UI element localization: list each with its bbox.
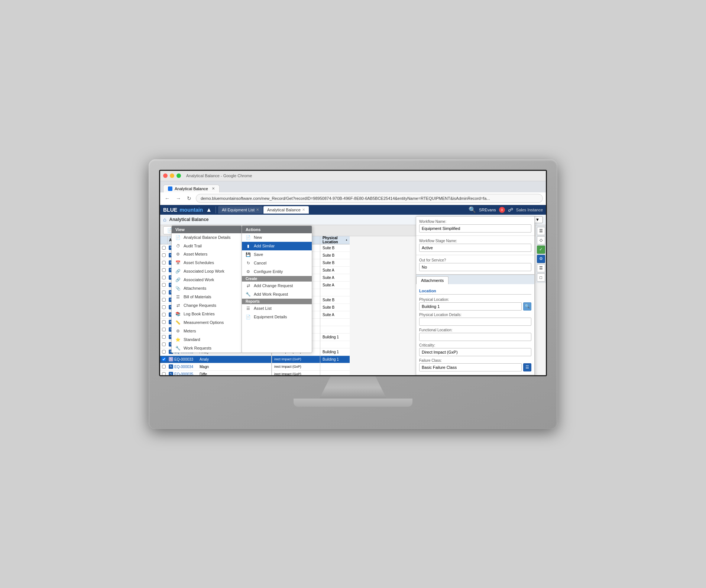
forward-btn[interactable]: → [174, 195, 182, 202]
row-checkbox[interactable] [162, 328, 166, 331]
menu-item-attachments[interactable]: 📎 Attachments [172, 284, 242, 293]
monitor-stand [316, 376, 390, 399]
menu-item-associated-loop-work[interactable]: 🔗 Associated Loop Work [172, 267, 242, 276]
physical-sort-icon: + [346, 238, 347, 242]
physical-location-details-input[interactable] [419, 318, 531, 326]
row-checkbox[interactable] [162, 298, 166, 302]
row-checkbox[interactable] [162, 268, 166, 272]
save-icon: 💾 [246, 252, 251, 257]
gear-icon: ⚙ [246, 269, 251, 274]
row-checkbox[interactable] [162, 305, 166, 309]
row-checkbox[interactable] [162, 261, 166, 264]
physical-location-details-group: Physical Location Details: [419, 313, 531, 326]
failure-class-group: Failure Class: ☰ [419, 358, 531, 371]
physical-row: Suite B [320, 252, 350, 259]
menu-item-log-book[interactable]: 📚 Log Book Entries [172, 310, 242, 318]
row-checkbox[interactable] [162, 357, 166, 361]
row-checkbox[interactable] [162, 372, 166, 375]
row-checkbox[interactable] [162, 320, 166, 324]
physical-location-header[interactable]: Physical Location + [320, 236, 350, 244]
functional-location-group: Functional Location: [419, 328, 531, 341]
browser-tab-bar: Analytical Balance ✕ [160, 181, 546, 192]
physical-row: Suite A [320, 282, 350, 289]
menu-item-change-requests[interactable]: ⇄ Change Requests [172, 301, 242, 310]
menu-item-analytical-balance-details[interactable]: 📄 Analytical Balance Details [172, 233, 242, 242]
action-configure-entity[interactable]: ⚙ Configure Entity [242, 267, 312, 276]
menu-item-associated-work[interactable]: 🔗 Associated Work [172, 276, 242, 284]
physical-rows: Suite B Suite B Suite B Suite A Suite A … [320, 244, 350, 375]
list-item[interactable]: ✎ EQ-000034 Magn [160, 363, 271, 371]
tab-close-icon[interactable]: ✕ [212, 186, 215, 191]
physical-location-column: Physical Location + Suite B Suite B Suit… [320, 236, 350, 375]
maximize-btn[interactable] [176, 173, 181, 178]
row-checkbox[interactable] [162, 365, 166, 368]
failure-class-browse-button[interactable]: ☰ [523, 363, 531, 371]
functional-location-input[interactable] [419, 333, 531, 341]
menu-item-audit-trail[interactable]: ⏱ Audit Trail [172, 242, 242, 250]
row-checkbox[interactable] [162, 253, 166, 257]
action-add-work-request[interactable]: 🔧 Add Work Request [242, 290, 312, 299]
criticality-group: Criticality: [419, 343, 531, 356]
row-checkbox[interactable] [162, 342, 166, 346]
search-icon[interactable]: 🔍 [469, 206, 476, 213]
menu-item-meters[interactable]: ⚙ Meters [172, 327, 242, 335]
action-label: Configure Entity [254, 269, 283, 274]
menu-item-bill-of-materials[interactable]: ☰ Bill of Materials [172, 293, 242, 301]
row-checkbox[interactable] [162, 276, 166, 279]
action-cancel[interactable]: ↻ Cancel [242, 259, 312, 267]
action-asset-list[interactable]: ☰ Asset List [242, 304, 312, 313]
row-checkbox[interactable] [162, 335, 166, 339]
action-label: Add Change Request [254, 283, 293, 288]
menu-item-work-requests[interactable]: 🔧 Work Requests [172, 344, 242, 353]
action-new[interactable]: 📄 New [242, 233, 312, 242]
row-checkbox[interactable] [162, 246, 166, 250]
tab-close-icon-ab[interactable]: ✕ [302, 208, 305, 212]
action-equipment-details[interactable]: 📄 Equipment Details [242, 313, 312, 321]
criticality-row-selected: irect Impact (GxP) [272, 356, 320, 363]
criticality-row: irect Impact (GxP) [272, 371, 320, 375]
tab-close-icon-eq[interactable]: ✕ [256, 208, 259, 212]
tab-analytical-balance[interactable]: Analytical Balance ✕ [263, 206, 309, 214]
home-icon[interactable]: ⌂ [163, 217, 166, 222]
menu-item-standard[interactable]: ⭐ Standard [172, 335, 242, 344]
logo-blue: BLUE [163, 207, 177, 213]
physical-location-browse-button[interactable]: 🔍 [523, 302, 531, 311]
workflow-stage-input[interactable] [419, 244, 531, 252]
workflow-name-input[interactable] [419, 224, 531, 233]
minimize-btn[interactable] [170, 173, 174, 178]
list-item-selected[interactable]: ✎ EQ-000033 Analy [160, 356, 271, 363]
physical-location-input[interactable] [419, 302, 522, 311]
power-icon[interactable]: ☍ [508, 207, 513, 213]
tab-all-equipment[interactable]: All Equipment List ✕ [218, 206, 263, 214]
action-save[interactable]: 💾 Save [242, 250, 312, 259]
menu-item-asset-meters[interactable]: ⚙ Asset Meters [172, 250, 242, 259]
row-checkbox[interactable] [162, 313, 166, 316]
view-context-menu: View 📄 Analytical Balance Details ⏱ Audi… [171, 225, 242, 353]
list-item[interactable]: ✎ EQ-000035 Diffe [160, 371, 271, 375]
close-btn[interactable] [163, 173, 168, 178]
create-section-label: Create [242, 276, 312, 282]
action-add-similar[interactable]: ▮ Add Similar [242, 242, 312, 250]
back-btn[interactable]: ← [163, 195, 171, 202]
change-icon: ⇄ [246, 283, 251, 288]
failure-class-input[interactable] [419, 363, 522, 371]
attachments-tab[interactable]: Attachments [416, 276, 448, 284]
out-for-service-input[interactable] [419, 263, 531, 271]
action-add-change-request[interactable]: ⇄ Add Change Request [242, 282, 312, 290]
physical-row [320, 341, 350, 348]
list-icon: ☰ [175, 295, 181, 299]
url-input[interactable] [196, 194, 543, 203]
action-label: Asset List [254, 306, 272, 311]
reload-btn[interactable]: ↻ [185, 195, 193, 202]
row-checkbox[interactable] [162, 350, 166, 354]
row-checkbox[interactable] [162, 290, 166, 294]
address-bar: ← → ↻ [160, 192, 546, 205]
tab-all-equipment-label: All Equipment List [222, 208, 255, 212]
physical-location-group: Physical Location: 🔍 [419, 298, 531, 311]
criticality-input[interactable] [419, 348, 531, 356]
browser-tab-active[interactable]: Analytical Balance ✕ [163, 185, 220, 192]
cancel-icon: ↻ [246, 261, 251, 266]
menu-item-asset-schedules[interactable]: 📅 Asset Schedules [172, 259, 242, 267]
row-checkbox[interactable] [162, 283, 166, 287]
menu-item-measurement-options[interactable]: 📏 Measurement Options [172, 318, 242, 327]
